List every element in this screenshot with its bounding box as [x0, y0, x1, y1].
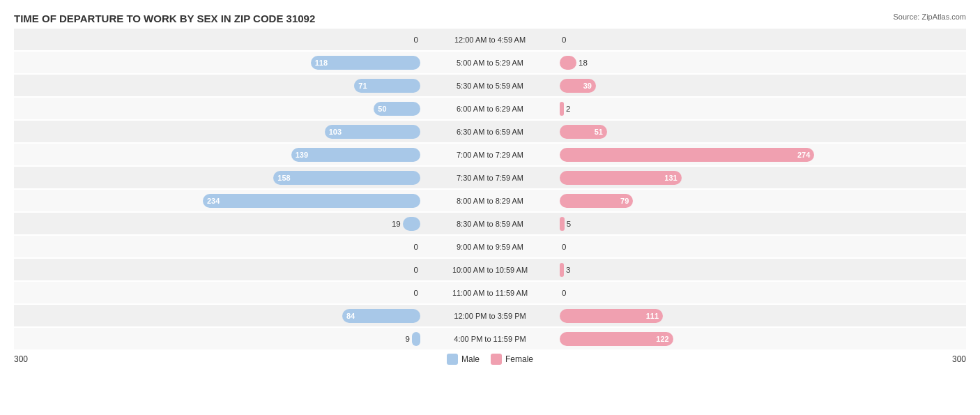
- male-bar-container: 0: [14, 285, 420, 301]
- female-bar: 131: [560, 171, 682, 185]
- male-value: 0: [397, 243, 418, 251]
- male-value-inside: 118: [315, 59, 328, 67]
- chart-area: 0 12:00 AM to 4:59 AM 0 118 5:00 AM to 5…: [14, 29, 966, 349]
- male-bar-container: 118: [14, 55, 420, 70]
- time-label: 5:30 AM to 5:59 AM: [420, 82, 560, 90]
- chart-row: 0 11:00 AM to 11:59 AM 0: [14, 282, 966, 303]
- male-bar: 71: [354, 79, 420, 93]
- female-bar-container: 51: [560, 124, 966, 139]
- chart-title: TIME OF DEPARTURE TO WORK BY SEX IN ZIP …: [14, 13, 966, 24]
- male-value: 0: [397, 289, 418, 297]
- time-label: 5:00 AM to 5:29 AM: [420, 59, 560, 67]
- legend-female: Female: [491, 354, 533, 365]
- female-value-inside: 122: [656, 335, 668, 343]
- female-value-inside: 39: [583, 82, 592, 90]
- female-bar: 79: [560, 194, 633, 208]
- footer-row: 300 Male Female 300: [14, 354, 966, 365]
- female-bar-container: 122: [560, 331, 966, 347]
- female-value-inside: 51: [595, 128, 603, 136]
- time-label: 6:00 AM to 6:29 AM: [420, 105, 560, 113]
- male-value-inside: 158: [277, 174, 290, 182]
- time-label: 9:00 AM to 9:59 AM: [420, 243, 560, 251]
- female-bar-container: 5: [560, 216, 966, 232]
- female-bar-container: 3: [560, 262, 966, 278]
- female-value: 0: [562, 36, 583, 44]
- male-value-inside: 234: [207, 197, 220, 205]
- female-bar: 111: [560, 309, 663, 323]
- time-label: 4:00 PM to 11:59 PM: [420, 335, 560, 343]
- female-bar: [560, 56, 576, 70]
- female-bar-container: 131: [560, 170, 966, 186]
- female-value: 5: [567, 220, 588, 228]
- female-bar-container: 79: [560, 193, 966, 209]
- female-value: 0: [562, 289, 583, 297]
- male-value: 9: [389, 335, 410, 343]
- time-label: 6:30 AM to 6:59 AM: [420, 128, 560, 136]
- male-bar-container: 50: [14, 101, 420, 116]
- time-label: 8:00 AM to 8:29 AM: [420, 197, 560, 205]
- legend-male: Male: [447, 354, 480, 365]
- time-label: 8:30 AM to 8:59 AM: [420, 220, 560, 228]
- chart-row: 19 8:30 AM to 8:59 AM 5: [14, 213, 966, 234]
- male-bar: 84: [342, 309, 420, 323]
- male-bar-container: 84: [14, 308, 420, 324]
- female-bar-container: 0: [560, 285, 966, 301]
- male-bar-container: 71: [14, 78, 420, 93]
- female-bar-container: 18: [560, 55, 966, 70]
- female-bar-container: 111: [560, 308, 966, 324]
- chart-row: 234 8:00 AM to 8:29 AM 79: [14, 190, 966, 211]
- female-bar: 274: [560, 148, 814, 162]
- female-bar-container: 0: [560, 239, 966, 255]
- male-bar: 118: [311, 56, 420, 70]
- male-bar: [403, 217, 420, 231]
- female-value-inside: 111: [646, 312, 659, 320]
- chart-container: TIME OF DEPARTURE TO WORK BY SEX IN ZIP …: [0, 0, 980, 415]
- time-label: 7:30 AM to 7:59 AM: [420, 174, 560, 182]
- legend: Male Female: [223, 354, 757, 365]
- female-value-inside: 274: [797, 151, 810, 159]
- female-value: 18: [579, 59, 599, 67]
- chart-row: 50 6:00 AM to 6:29 AM 2: [14, 98, 966, 119]
- male-bar: 103: [325, 125, 420, 139]
- female-bar: 39: [560, 79, 596, 93]
- male-value: 19: [380, 220, 401, 228]
- female-value-inside: 131: [664, 174, 677, 182]
- male-bar: 234: [203, 194, 420, 208]
- male-value-inside: 71: [358, 82, 367, 90]
- chart-row: 0 9:00 AM to 9:59 AM 0: [14, 236, 966, 257]
- male-bar: 139: [291, 148, 420, 162]
- time-label: 10:00 AM to 10:59 AM: [420, 266, 560, 274]
- chart-row: 139 7:00 AM to 7:29 AM 274: [14, 144, 966, 165]
- male-bar-container: 0: [14, 239, 420, 255]
- time-label: 11:00 AM to 11:59 AM: [420, 289, 560, 297]
- female-value-inside: 79: [620, 197, 629, 205]
- female-bar: 51: [560, 125, 607, 139]
- time-label: 7:00 AM to 7:29 AM: [420, 151, 560, 159]
- male-bar-container: 234: [14, 193, 420, 209]
- chart-row: 9 4:00 PM to 11:59 PM 122: [14, 328, 966, 349]
- female-bar: [560, 263, 564, 277]
- female-bar-container: 2: [560, 101, 966, 116]
- female-label: Female: [505, 354, 533, 364]
- female-bar-container: 0: [560, 32, 966, 47]
- female-bar-container: 39: [560, 78, 966, 93]
- male-bar-container: 9: [14, 331, 420, 347]
- male-value: 0: [397, 266, 418, 274]
- chart-row: 71 5:30 AM to 5:59 AM 39: [14, 75, 966, 96]
- female-bar: [560, 217, 565, 231]
- male-bar-container: 19: [14, 216, 420, 232]
- female-bar: [560, 102, 564, 116]
- female-value: 0: [562, 243, 583, 251]
- male-bar-container: 0: [14, 32, 420, 47]
- female-value: 2: [566, 105, 587, 113]
- male-bar-container: 103: [14, 124, 420, 139]
- male-bar: 158: [273, 171, 420, 185]
- male-bar: [412, 332, 420, 346]
- chart-row: 118 5:00 AM to 5:29 AM 18: [14, 52, 966, 73]
- female-swatch: [491, 354, 502, 365]
- male-value: 0: [397, 36, 418, 44]
- chart-row: 84 12:00 PM to 3:59 PM 111: [14, 305, 966, 326]
- male-bar-container: 139: [14, 147, 420, 163]
- male-bar-container: 0: [14, 262, 420, 278]
- male-bar-container: 158: [14, 170, 420, 186]
